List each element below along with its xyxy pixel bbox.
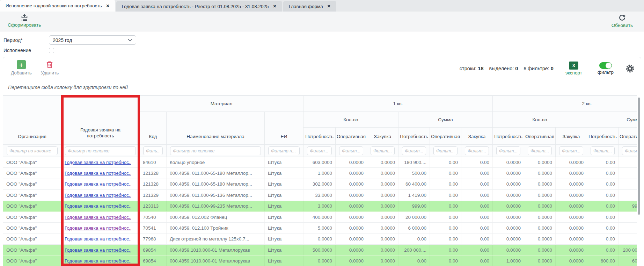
table-row[interactable]: ООО "Альфа" Годовая заявка на потребнос.… (3, 223, 641, 233)
cell-annual-request: Годовая заявка на потребнос.. (61, 179, 140, 189)
column-group-q1-sum[interactable]: Сумма (398, 112, 493, 128)
column-group-q2-qty[interactable]: Кол-во (493, 112, 587, 128)
numeric-column-header[interactable]: Оперативная (524, 128, 556, 145)
table-row[interactable]: ООО "Альфа" Годовая заявка на потребнос.… (3, 256, 641, 266)
column-group-q2[interactable]: 2 кв. (493, 96, 641, 112)
numeric-column-header[interactable]: Закупка (367, 128, 398, 145)
chevron-down-icon (128, 39, 132, 42)
numeric-column-header[interactable]: Потребность (303, 128, 336, 145)
cell-q2-qty-operational: 0.0000 (524, 234, 556, 244)
tab-execution-annual-request[interactable]: Исполнение годовой заявки на потребность… (0, 0, 115, 12)
column-group-q1-qty[interactable]: Кол-во (303, 112, 398, 128)
cell-q1-qty-operational: 0.0000 (336, 234, 367, 244)
table-row[interactable]: ООО "Альфа" Годовая заявка на потребнос.… (3, 212, 641, 223)
table-row[interactable]: ООО "Альфа" Годовая заявка на потребнос.… (3, 234, 641, 245)
cell-q1-sum-demand: 999.00 (398, 201, 430, 211)
column-filter-input[interactable] (143, 146, 163, 155)
column-filter-input[interactable] (433, 146, 458, 155)
execution-label: Исполнение (3, 48, 49, 53)
column-filter-input[interactable] (65, 146, 136, 155)
column-group-q1[interactable]: 1 кв. (303, 96, 493, 112)
close-tab-icon[interactable]: ✕ (327, 4, 331, 9)
tab-bar: Исполнение годовой заявки на потребность… (0, 0, 644, 12)
cell-material-name: 000.4859.1010.000-01 Металлорукав (167, 256, 265, 266)
annual-request-link[interactable]: Годовая заявка на потребнос.. (65, 215, 131, 220)
table-row[interactable]: ООО "Альфа" Годовая заявка на потребнос.… (3, 157, 641, 168)
cell-q1-qty-purchase: 0.0000 (367, 201, 398, 211)
cell-q1-qty-purchase: 0.0000 (367, 179, 398, 189)
numeric-column-header[interactable]: Потребность (493, 128, 524, 145)
annual-request-link[interactable]: Годовая заявка на потребнос.. (65, 203, 131, 209)
annual-request-link[interactable]: Годовая заявка на потребнос.. (65, 225, 131, 231)
numeric-column-header[interactable]: Закупка (461, 128, 493, 145)
column-header-unit[interactable]: ЕИ (265, 112, 303, 145)
delete-button[interactable]: Удалить (41, 60, 59, 76)
column-filter-input[interactable] (371, 146, 395, 155)
column-filter-input[interactable] (591, 146, 615, 155)
period-select[interactable]: 2025 год (49, 35, 136, 45)
refresh-button[interactable]: Обновить (612, 14, 633, 28)
annual-request-link[interactable]: Годовая заявка на потребнос.. (65, 236, 131, 242)
column-filter-input[interactable] (170, 146, 261, 155)
numeric-column-header[interactable]: Потребность (587, 128, 619, 145)
annual-request-link[interactable]: Годовая заявка на потребнос.. (65, 160, 131, 165)
column-header-organization[interactable]: Организация (3, 96, 61, 145)
cell-q2-qty-operational: 0.0000 (524, 245, 556, 255)
tab-label: Годовая заявка на потребность - Реестр о… (122, 4, 269, 9)
cell-q2-qty-operational: 0.0000 (524, 212, 556, 222)
table-row[interactable]: ООО "Альфа" Годовая заявка на потребнос.… (3, 179, 641, 190)
filter-cell (493, 145, 524, 157)
column-header-code[interactable]: Код (140, 112, 167, 145)
column-filter-input[interactable] (528, 146, 552, 155)
cell-q1-sum-purchase: 0.00 (461, 157, 493, 167)
tab-main-form[interactable]: Главная форма ✕ (283, 1, 336, 12)
numeric-column-header[interactable]: Оперативная (430, 128, 461, 145)
table-row[interactable]: ООО "Альфа" Годовая заявка на потребнос.… (3, 201, 641, 212)
column-filter-input[interactable] (307, 146, 332, 155)
column-filter-input[interactable] (7, 146, 58, 155)
annual-request-link[interactable]: Годовая заявка на потребнос.. (65, 181, 131, 187)
vertical-scrollbar[interactable] (637, 95, 641, 266)
numeric-column-header[interactable]: Закупка (556, 128, 587, 145)
close-tab-icon[interactable]: ✕ (273, 4, 277, 9)
cell-q2-qty-demand: 0.0000 (493, 234, 524, 244)
tab-annual-request-registry[interactable]: Годовая заявка на потребность - Реестр о… (116, 1, 282, 12)
column-group-q2-sum[interactable]: Сумма (587, 112, 641, 128)
cell-q2-qty-demand: 0.0000 (493, 190, 524, 200)
numeric-column-header[interactable]: Оперативная (336, 128, 367, 145)
table-row[interactable]: ООО "Альфа" Годовая заявка на потребнос.… (3, 190, 641, 201)
annual-request-link[interactable]: Годовая заявка на потребнос.. (65, 193, 131, 198)
column-filter-input[interactable] (268, 146, 300, 155)
column-header-material-name[interactable]: Наименование материала (167, 112, 265, 145)
scrollbar-thumb[interactable] (638, 98, 640, 215)
column-filter-input[interactable] (402, 146, 426, 155)
column-group-material[interactable]: Материал (140, 96, 303, 112)
table-row[interactable]: ООО "Альфа" Годовая заявка на потребнос.… (3, 245, 641, 256)
execution-checkbox[interactable] (49, 48, 54, 53)
gear-icon[interactable] (625, 64, 635, 73)
numeric-column-header[interactable]: Потребность (398, 128, 430, 145)
column-filter-input[interactable] (559, 146, 583, 155)
filter-cell (140, 145, 167, 157)
table-row[interactable]: ООО "Альфа" Годовая заявка на потребнос.… (3, 168, 641, 179)
annual-request-link[interactable]: Годовая заявка на потребнос.. (65, 247, 131, 253)
filter-toggle-control[interactable]: фильтр (598, 62, 614, 75)
annual-request-link[interactable]: Годовая заявка на потребнос.. (65, 171, 131, 176)
column-filter-input[interactable] (496, 146, 520, 155)
filter-toggle[interactable] (599, 62, 612, 69)
annual-request-link[interactable]: Годовая заявка на потребнос.. (65, 258, 131, 264)
cell-code: 121329 (140, 190, 167, 200)
close-tab-icon[interactable]: ✕ (106, 3, 109, 8)
export-excel-button[interactable]: X экспорт (565, 62, 582, 76)
generate-button[interactable]: Сформировать (8, 14, 41, 28)
cell-code: 121328 (140, 168, 167, 178)
add-button[interactable]: + Добавить (11, 60, 32, 76)
filter-cell (398, 145, 430, 157)
column-filter-row (3, 145, 641, 157)
grid-toolbar: + Добавить Удалить строки:18 выделено:0 … (3, 57, 641, 80)
cell-q2-sum-demand: 0.00 (587, 201, 619, 211)
cell-code: 70541 (140, 223, 167, 233)
column-filter-input[interactable] (465, 146, 489, 155)
column-header-annual-request[interactable]: Годовая заявка на потребность (61, 96, 140, 145)
column-filter-input[interactable] (339, 146, 363, 155)
